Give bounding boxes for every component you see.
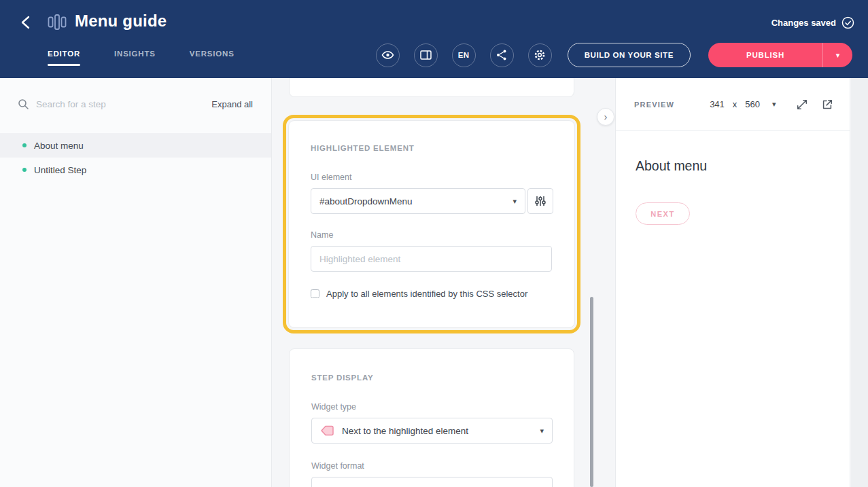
step-item-label: Untitled Step	[34, 165, 86, 175]
gear-icon	[534, 49, 546, 61]
tab-insights[interactable]: INSIGHTS	[114, 50, 156, 66]
guide-title: Menu guide	[75, 12, 167, 31]
chevron-down-icon: ▾	[513, 197, 517, 206]
open-in-new-tab-button[interactable]	[821, 98, 833, 111]
collapse-preview-button[interactable]: ›	[597, 108, 614, 126]
layout-icon	[419, 49, 432, 61]
preview-dims-separator: x	[733, 99, 737, 109]
expand-icon	[796, 98, 808, 111]
topbar-actions: EN BUILD ON YOUR SITE PUBLISH ▾	[376, 43, 852, 67]
preview-header: PREVIEW 341 x 560 ▾	[616, 78, 850, 131]
step-status-dot	[22, 143, 27, 147]
settings-button[interactable]	[528, 43, 552, 67]
preview-width-value: 341	[710, 99, 725, 109]
preview-eye-button[interactable]	[376, 43, 400, 67]
previous-settings-card	[289, 78, 574, 97]
language-label: EN	[458, 51, 470, 59]
check-circle-icon	[841, 16, 854, 29]
element-settings-button[interactable]	[527, 188, 553, 214]
fullscreen-preview-button[interactable]	[796, 98, 808, 111]
preview-step-title: About menu	[636, 158, 850, 174]
step-item-about-menu[interactable]: About menu	[0, 133, 271, 158]
apply-to-all-checkbox[interactable]	[311, 289, 319, 298]
expand-all-link[interactable]: Expand all	[211, 99, 253, 109]
app-root: Menu guide Changes saved EDITOR INSIGHTS…	[0, 0, 868, 487]
chevron-down-icon: ▾	[836, 51, 840, 59]
publish-button[interactable]: PUBLISH	[708, 43, 822, 67]
preview-body: About menu NEXT	[616, 131, 850, 225]
section-title: STEP DISPLAY	[311, 374, 552, 382]
topbar-tabs: EDITOR INSIGHTS VERSIONS	[48, 50, 235, 66]
publish-dropdown-button[interactable]: ▾	[822, 43, 852, 67]
ui-element-select[interactable]: #aboutDropdownMenu ▾	[311, 188, 525, 214]
eye-icon	[381, 50, 394, 60]
right-gutter	[851, 78, 868, 487]
changes-saved-status: Changes saved	[771, 16, 854, 29]
widget-format-select[interactable]	[311, 477, 553, 487]
highlighted-element-name-input[interactable]	[311, 246, 552, 272]
vertical-scrollbar[interactable]	[590, 297, 593, 487]
share-icon	[496, 49, 508, 61]
sliders-icon	[534, 195, 546, 207]
step-search-input[interactable]	[36, 99, 211, 109]
preview-height-value: 560	[745, 99, 760, 109]
step-display-card: STEP DISPLAY Widget type Next to the hig…	[289, 348, 574, 487]
language-button[interactable]: EN	[452, 43, 476, 67]
step-status-dot	[22, 168, 27, 172]
preview-panel: PREVIEW 341 x 560 ▾ About menu NEXT	[615, 78, 850, 487]
build-on-your-site-button[interactable]: BUILD ON YOUR SITE	[568, 43, 691, 67]
section-title: HIGHLIGHTED ELEMENT	[311, 144, 553, 152]
preview-next-button[interactable]: NEXT	[636, 202, 690, 225]
name-label: Name	[311, 230, 553, 240]
external-link-icon	[821, 98, 833, 111]
layout-button[interactable]	[414, 43, 438, 67]
ui-element-value: #aboutDropdownMenu	[319, 196, 506, 206]
apply-to-all-label: Apply to all elements identified by this…	[326, 289, 527, 299]
chevron-down-icon: ▾	[540, 427, 544, 435]
tooltip-widget-icon	[320, 425, 334, 436]
chevron-down-icon: ▾	[772, 100, 776, 109]
widget-type-select[interactable]: Next to the highlighted element ▾	[311, 418, 553, 444]
tab-versions[interactable]: VERSIONS	[190, 50, 235, 66]
back-button[interactable]	[18, 14, 35, 32]
changes-saved-label: Changes saved	[771, 18, 836, 28]
search-icon	[18, 98, 29, 110]
widget-format-label: Widget format	[311, 461, 552, 471]
preview-title: PREVIEW	[634, 101, 674, 109]
step-search-row: Expand all	[18, 90, 253, 118]
preview-header-actions	[796, 98, 833, 111]
steps-list: About menu Untitled Step	[0, 133, 271, 182]
widget-type-label: Widget type	[311, 402, 552, 412]
step-settings-panel: HIGHLIGHTED ELEMENT UI element #aboutDro…	[273, 78, 615, 487]
top-bar: Menu guide Changes saved EDITOR INSIGHTS…	[0, 0, 868, 78]
widget-type-value: Next to the highlighted element	[342, 426, 533, 436]
publish-split-button: PUBLISH ▾	[708, 43, 852, 67]
step-item-untitled-step[interactable]: Untitled Step	[0, 158, 271, 182]
app-logo-icon	[48, 14, 67, 33]
steps-sidebar: Expand all About menu Untitled Step	[0, 78, 272, 487]
ui-element-row: #aboutDropdownMenu ▾	[311, 188, 553, 214]
tab-editor[interactable]: EDITOR	[48, 50, 80, 66]
highlighted-element-card: HIGHLIGHTED ELEMENT UI element #aboutDro…	[288, 120, 575, 328]
share-button[interactable]	[490, 43, 514, 67]
chevron-left-icon	[18, 14, 35, 31]
apply-to-all-row[interactable]: Apply to all elements identified by this…	[311, 289, 553, 299]
highlighted-element-ring: HIGHLIGHTED ELEMENT UI element #aboutDro…	[283, 115, 580, 333]
ui-element-label: UI element	[311, 173, 553, 182]
preview-dimensions-select[interactable]: 341 x 560 ▾	[710, 99, 776, 109]
step-item-label: About menu	[34, 141, 84, 151]
